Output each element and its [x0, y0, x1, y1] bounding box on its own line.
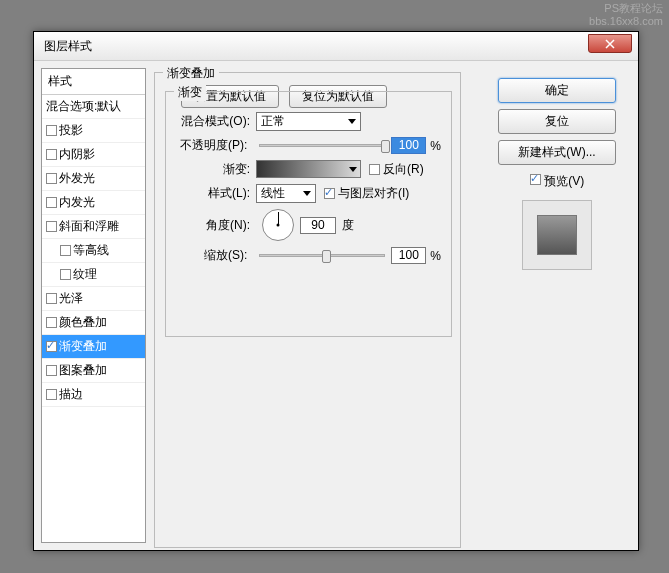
sidebar-item-gradient-overlay[interactable]: 渐变叠加	[42, 335, 145, 359]
checkbox-icon[interactable]	[46, 341, 57, 352]
gradient-overlay-fieldset: 渐变叠加 渐变 混合模式(O): 正常 不透明度(P): 100 %	[154, 72, 461, 548]
watermark-1: PS教程论坛	[589, 2, 663, 15]
sidebar-item-label: 外发光	[59, 170, 95, 187]
sidebar-item-label: 斜面和浮雕	[59, 218, 119, 235]
reverse-checkbox[interactable]	[369, 164, 380, 175]
checkbox-icon[interactable]	[46, 389, 57, 400]
sidebar-item-label: 混合选项:默认	[46, 98, 121, 115]
sidebar-item-pattern-overlay[interactable]: 图案叠加	[42, 359, 145, 383]
slider-thumb-icon[interactable]	[322, 250, 331, 263]
slider-thumb-icon[interactable]	[381, 140, 390, 153]
scale-unit: %	[430, 249, 441, 263]
align-label: 与图层对齐(I)	[338, 185, 409, 202]
titlebar: 图层样式	[34, 32, 638, 61]
dialog-title: 图层样式	[44, 38, 92, 55]
checkbox-icon[interactable]	[60, 245, 71, 256]
preview-label: 预览(V)	[544, 174, 584, 188]
gradient-picker[interactable]	[256, 160, 361, 178]
preview-inner-icon	[537, 215, 577, 255]
opacity-unit: %	[430, 139, 441, 153]
angle-unit: 度	[342, 217, 354, 234]
gradient-label: 渐变:	[168, 161, 256, 178]
checkbox-icon[interactable]	[46, 125, 57, 136]
close-icon	[605, 39, 615, 49]
cancel-button[interactable]: 复位	[498, 109, 616, 134]
opacity-input[interactable]: 100	[391, 137, 426, 154]
checkbox-icon[interactable]	[46, 365, 57, 376]
scale-slider[interactable]	[259, 254, 385, 257]
fieldset-legend: 渐变	[174, 84, 206, 101]
checkbox-icon[interactable]	[46, 317, 57, 328]
checkbox-icon[interactable]	[60, 269, 71, 280]
style-dropdown[interactable]: 线性	[256, 184, 316, 203]
sidebar-item-label: 内阴影	[59, 146, 95, 163]
reverse-label: 反向(R)	[383, 161, 424, 178]
sidebar-item-label: 等高线	[73, 242, 109, 259]
angle-label: 角度(N):	[168, 217, 256, 234]
sidebar-item-label: 光泽	[59, 290, 83, 307]
preview-checkbox[interactable]	[530, 174, 541, 185]
sidebar-item-stroke[interactable]: 描边	[42, 383, 145, 407]
sidebar-item-label: 渐变叠加	[59, 338, 107, 355]
style-label: 样式(L):	[168, 185, 256, 202]
sidebar-item-label: 描边	[59, 386, 83, 403]
checkbox-icon[interactable]	[46, 221, 57, 232]
sidebar-header: 样式	[42, 69, 145, 95]
opacity-slider[interactable]	[259, 144, 385, 147]
sidebar-item-color-overlay[interactable]: 颜色叠加	[42, 311, 145, 335]
layer-style-dialog: 图层样式 样式 混合选项:默认 投影 内阴影 外发光 内发光 斜面和浮雕 等高线…	[33, 31, 639, 551]
checkbox-icon[interactable]	[46, 293, 57, 304]
watermark-2: bbs.16xx8.com	[589, 15, 663, 28]
blend-mode-dropdown[interactable]: 正常	[256, 112, 361, 131]
checkbox-icon[interactable]	[46, 197, 57, 208]
sidebar-item-label: 图案叠加	[59, 362, 107, 379]
angle-dot-icon	[277, 224, 280, 227]
checkbox-icon[interactable]	[46, 149, 57, 160]
sidebar-item-drop-shadow[interactable]: 投影	[42, 119, 145, 143]
right-column: 确定 复位 新建样式(W)... 预览(V)	[483, 68, 631, 543]
sidebar-item-label: 颜色叠加	[59, 314, 107, 331]
gradient-fieldset: 渐变 混合模式(O): 正常 不透明度(P): 100 %	[165, 91, 452, 337]
sidebar-item-inner-shadow[interactable]: 内阴影	[42, 143, 145, 167]
fieldset-legend: 渐变叠加	[163, 65, 219, 82]
align-checkbox[interactable]	[324, 188, 335, 199]
sidebar-item-blend-options[interactable]: 混合选项:默认	[42, 95, 145, 119]
sidebar-item-label: 内发光	[59, 194, 95, 211]
style-value: 线性	[261, 185, 285, 202]
sidebar-item-bevel[interactable]: 斜面和浮雕	[42, 215, 145, 239]
sidebar-item-contour[interactable]: 等高线	[42, 239, 145, 263]
checkbox-icon[interactable]	[46, 173, 57, 184]
sidebar-item-label: 投影	[59, 122, 83, 139]
angle-dial[interactable]	[262, 209, 294, 241]
scale-label: 缩放(S):	[168, 247, 253, 264]
ok-button[interactable]: 确定	[498, 78, 616, 103]
new-style-button[interactable]: 新建样式(W)...	[498, 140, 616, 165]
close-button[interactable]	[588, 34, 632, 53]
scale-input[interactable]: 100	[391, 247, 426, 264]
angle-input[interactable]: 90	[300, 217, 336, 234]
opacity-label: 不透明度(P):	[168, 137, 253, 154]
sidebar-item-satin[interactable]: 光泽	[42, 287, 145, 311]
sidebar-item-outer-glow[interactable]: 外发光	[42, 167, 145, 191]
preview-swatch	[522, 200, 592, 270]
main-panel: 渐变叠加 渐变 混合模式(O): 正常 不透明度(P): 100 %	[154, 68, 475, 543]
blend-mode-value: 正常	[261, 113, 285, 130]
styles-sidebar: 样式 混合选项:默认 投影 内阴影 外发光 内发光 斜面和浮雕 等高线 纹理 光…	[41, 68, 146, 543]
sidebar-item-texture[interactable]: 纹理	[42, 263, 145, 287]
sidebar-item-inner-glow[interactable]: 内发光	[42, 191, 145, 215]
sidebar-item-label: 纹理	[73, 266, 97, 283]
blend-mode-label: 混合模式(O):	[168, 113, 256, 130]
